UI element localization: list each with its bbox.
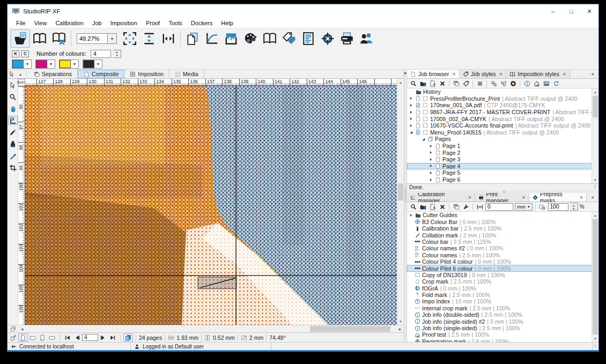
maximize-button[interactable]: □: [562, 4, 580, 18]
close-button[interactable]: ✕: [580, 4, 598, 18]
ruler-unit-button[interactable]: mm▼: [18, 79, 25, 86]
tab-separations[interactable]: Separations: [28, 70, 78, 78]
tree-node-pages[interactable]: Pages: [407, 136, 598, 143]
k-channel-button[interactable]: K: [12, 50, 19, 57]
close-tab-icon[interactable]: ✕: [579, 195, 583, 200]
job-row[interactable]: Menu_Proof-140515 | Abstract TIFF output…: [407, 129, 598, 136]
tool-crop[interactable]: [8, 163, 18, 172]
menu-help[interactable]: Help: [217, 19, 238, 27]
tool-pan-hand[interactable]: [8, 104, 18, 113]
job-checkbox[interactable]: [423, 130, 428, 135]
channel-dropdown-arrow-icon[interactable]: ▼: [71, 60, 78, 68]
toolbar-button-registration-target[interactable]: [318, 29, 337, 48]
job-toolbar-window-icon-button[interactable]: [452, 80, 460, 87]
menu-tools[interactable]: Tools: [164, 19, 187, 27]
job-toolbar-plus-circle-button[interactable]: [509, 80, 517, 87]
mark-row[interactable]: Job info (single-sided) | 2.5 mm | 100%: [407, 325, 598, 331]
mark-row[interactable]: Job info (single-sided) #2 | 0 mm | 100%: [407, 318, 598, 324]
scroll-right-arrow-icon[interactable]: ▶: [396, 325, 404, 332]
job-checkbox[interactable]: [423, 102, 428, 108]
job-tree-scrollbar[interactable]: ▲ ▼: [592, 88, 598, 183]
resize-grip[interactable]: ⠿: [594, 344, 598, 349]
menu-imposition[interactable]: Imposition: [106, 19, 142, 27]
tree-node-history[interactable]: History: [407, 88, 598, 95]
horizontal-scroll-thumb[interactable]: [310, 326, 390, 332]
toolbar-button-copy-pages[interactable]: [183, 29, 202, 48]
preview-canvas[interactable]: [25, 86, 397, 325]
tool-marker[interactable]: [8, 128, 18, 137]
page-row-page-5[interactable]: Page 5: [407, 169, 598, 176]
close-tab-icon[interactable]: ✕: [468, 195, 471, 200]
vertical-scroll-thumb[interactable]: [398, 183, 403, 200]
toolbar-button-calibration-curve[interactable]: [202, 29, 221, 48]
job-toolbar-link-user-button[interactable]: [499, 80, 507, 87]
channel-chip-black[interactable]: ▼: [83, 60, 102, 69]
job-checkbox[interactable]: [423, 96, 428, 101]
mark-row[interactable]: Colour Pilot 6 colour | 0 mm | 100%: [407, 265, 598, 271]
current-page-input[interactable]: 4: [82, 334, 98, 341]
job-toolbar-info-circle-button[interactable]: [523, 80, 531, 87]
job-toolbar-search-button[interactable]: [409, 80, 417, 87]
mark-row[interactable]: Collation mark | 2 mm | 100%: [407, 232, 598, 238]
marks-toolbar-folder-add-button[interactable]: [419, 203, 427, 211]
job-toolbar-delete-button[interactable]: [438, 80, 446, 87]
chevron-expanded-icon[interactable]: [421, 137, 426, 142]
toolbar-button-job-styles-tags[interactable]: [279, 29, 299, 48]
close-tab-icon[interactable]: ✕: [522, 195, 526, 200]
mark-row[interactable]: Crop mark | 2.5 mm | 100%: [407, 278, 598, 285]
job-add-tab-button[interactable]: +: [587, 70, 598, 78]
chevron-right-icon[interactable]: [409, 213, 413, 218]
chevron-right-icon[interactable]: [428, 170, 433, 175]
mark-row[interactable]: Job info (double-sided) | 2.5 mm | 100%: [407, 311, 598, 318]
panels-horizontal-splitter[interactable]: [407, 191, 598, 193]
marks-scale-spinner[interactable]: ▲▼: [570, 203, 578, 211]
close-tab-icon[interactable]: ✕: [563, 72, 566, 77]
view-facing-button[interactable]: [38, 333, 47, 341]
job-row[interactable]: 9867-JRA-FFY 2017 - MASTER COVER-PRINT |…: [407, 109, 598, 116]
tree-node-cutter-guides[interactable]: Cutter Guides: [407, 212, 598, 219]
marks-scale-input[interactable]: 100: [548, 203, 568, 211]
chevron-right-icon[interactable]: [428, 164, 433, 168]
chevron-right-icon[interactable]: [428, 150, 433, 155]
mark-row[interactable]: Copy of DN13019 | 0 mm | 100%: [407, 272, 598, 278]
view-single-page-button[interactable]: [18, 333, 28, 341]
job-row[interactable]: 10670-VSCC-Accounts final-print | Abstra…: [407, 122, 598, 129]
splitter-collapse-icon[interactable]: ▶: [404, 71, 407, 75]
view-spread-button[interactable]: [47, 333, 57, 341]
mark-row[interactable]: fOGrA | 0 mm | 100%: [407, 285, 598, 292]
view-landscape-button[interactable]: [28, 333, 38, 341]
number-of-colours-input[interactable]: 4: [91, 50, 111, 58]
close-tab-icon[interactable]: ✕: [499, 72, 503, 77]
tool-measure[interactable]: [8, 116, 18, 125]
marks-tab-prepress-marks[interactable]: Prepress marks ✕: [529, 193, 587, 202]
mark-row[interactable]: CKMYColour names #2 | 0 mm | 100%: [407, 245, 598, 251]
toolbar-button-fit-height[interactable]: [139, 29, 159, 48]
job-toolbar-tag-icon-button[interactable]: [462, 80, 470, 87]
toolbar-button-fit-width[interactable]: [159, 29, 178, 48]
scroll-down-arrow-icon[interactable]: ▼: [397, 318, 404, 325]
previous-page-button[interactable]: [72, 333, 82, 341]
job-toolbar-link-button[interactable]: [490, 80, 498, 87]
close-tab-icon[interactable]: ✕: [452, 72, 456, 77]
job-toolbar-folder-add-button[interactable]: [419, 80, 427, 87]
mark-row[interactable]: Colour Pilot 4 colour | 0 mm | 100%: [407, 258, 598, 265]
c-channel-button[interactable]: C: [21, 50, 29, 57]
job-checkbox[interactable]: [423, 116, 428, 122]
tab-composite[interactable]: Composite: [78, 70, 124, 78]
channel-dropdown-arrow-icon[interactable]: ▼: [24, 60, 31, 68]
tool-zoom[interactable]: [8, 92, 18, 101]
menu-file[interactable]: File: [12, 19, 30, 27]
chevron-expanded-icon[interactable]: [409, 130, 413, 135]
mark-row[interactable]: Calibration bar | 2.5 mm | 100%: [407, 225, 598, 232]
marks-tab-print-manager[interactable]: Print manager ✕: [475, 193, 529, 202]
marks-tab-calibration-manager[interactable]: Calibration manager ✕: [407, 193, 475, 202]
chevron-right-icon[interactable]: [409, 110, 413, 115]
splitter-dot-handle[interactable]: [503, 190, 506, 193]
job-toolbar-refresh-button[interactable]: [552, 80, 560, 87]
job-tab-job-styles[interactable]: Job styles ✕: [460, 70, 506, 78]
toolbar-button-report[interactable]: [299, 29, 318, 48]
job-checkbox[interactable]: [423, 109, 428, 115]
zoom-dropdown-arrow-icon[interactable]: ▼: [108, 33, 117, 44]
marks-unit-dropdown[interactable]: mm▼: [515, 203, 533, 211]
toolbar-button-open-book[interactable]: [30, 29, 49, 48]
